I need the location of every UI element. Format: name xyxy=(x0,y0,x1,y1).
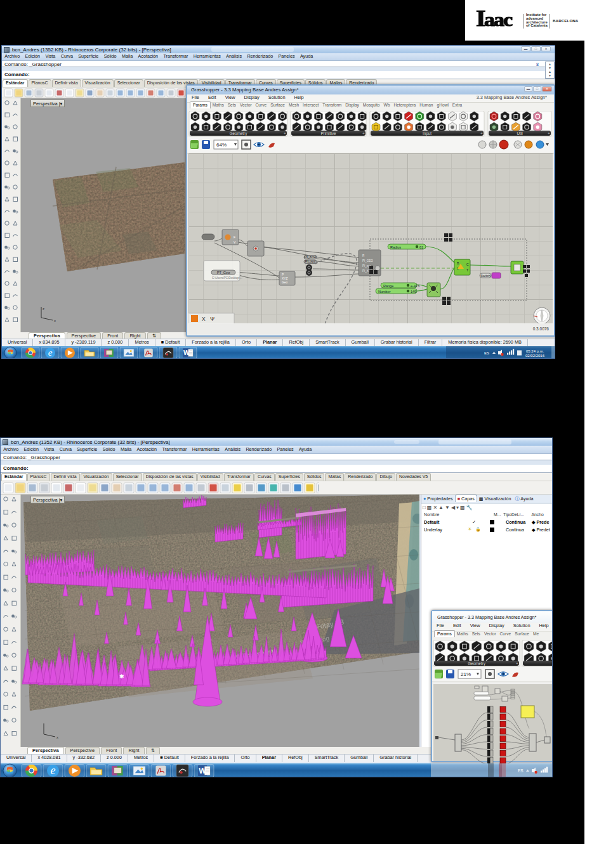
svg-text:05:24 p.m.: 05:24 p.m. xyxy=(526,349,544,353)
svg-text:Primitive: Primitive xyxy=(320,131,336,136)
svg-text:PI_GEO: PI_GEO xyxy=(362,259,373,262)
svg-text:Switch: Switch xyxy=(480,274,491,278)
svg-text:C:\Users\PC\Desktop\...: C:\Users\PC\Desktop\... xyxy=(212,276,242,280)
svg-text:02/02/2016: 02/02/2016 xyxy=(525,354,545,358)
svg-text:✱: ✱ xyxy=(119,673,124,680)
svg-text:21%: 21% xyxy=(461,671,471,677)
svg-text:Geometry: Geometry xyxy=(230,131,247,136)
svg-text:ES: ES xyxy=(484,351,489,355)
svg-text:XYZ: XYZ xyxy=(282,277,287,280)
svg-text:z: z xyxy=(43,307,44,311)
svg-text:Range: Range xyxy=(383,284,393,288)
svg-text:e-473: e-473 xyxy=(411,284,419,288)
svg-text:+: + xyxy=(362,131,365,136)
svg-text:PT_Geo: PT_Geo xyxy=(217,271,230,275)
svg-text:X: X xyxy=(202,316,206,322)
svg-text:PI_xyz: PI_xyz xyxy=(305,259,316,263)
svg-text:Input: Input xyxy=(423,131,431,136)
svg-text:61: 61 xyxy=(419,245,423,249)
svg-text:Geo: Geo xyxy=(282,281,287,284)
svg-text:Util: Util xyxy=(517,131,522,136)
svg-text:W: W xyxy=(183,349,190,356)
svg-text:P: P xyxy=(282,273,284,276)
svg-text:Ψ: Ψ xyxy=(210,316,214,322)
svg-text:x: x xyxy=(56,735,58,739)
svg-text:+: + xyxy=(284,131,286,136)
svg-text:C: C xyxy=(466,262,469,266)
svg-text:Number: Number xyxy=(378,290,391,294)
svg-text:+: + xyxy=(548,131,550,136)
svg-text:x: x xyxy=(54,319,56,323)
svg-text:149: 149 xyxy=(411,290,416,294)
svg-text:ES: ES xyxy=(518,768,524,773)
svg-text:+: + xyxy=(516,661,518,666)
svg-text:F: F xyxy=(234,235,235,239)
svg-text:e: e xyxy=(50,764,55,777)
svg-text:Geometry: Geometry xyxy=(468,661,485,666)
svg-text:PI_XYZ: PI_XYZ xyxy=(305,255,317,259)
svg-text:Radius: Radius xyxy=(390,245,401,249)
svg-text:64%: 64% xyxy=(216,142,227,148)
svg-text:W: W xyxy=(199,767,206,775)
svg-text:e: e xyxy=(48,347,53,358)
svg-text:T: T xyxy=(466,268,468,272)
svg-text:+: + xyxy=(480,131,483,136)
